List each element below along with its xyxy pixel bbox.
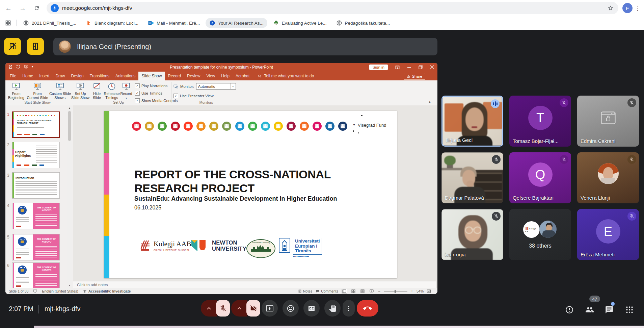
bookmark-item[interactable]: Mail - Mehmeti, Erë... [144,18,204,28]
ribbon-button-from-beginning[interactable]: FromBeginning [7,81,25,100]
save-icon[interactable] [8,65,12,69]
ribbon-tab-slide-show[interactable]: Slide Show [138,72,165,80]
checkbox[interactable]: ✓ [173,94,178,98]
zoom-in-icon[interactable]: + [411,289,413,294]
collapse-ribbon-icon[interactable]: ▲ [428,100,431,104]
normal-view-icon[interactable] [342,289,347,294]
ribbon-tab-review[interactable]: Review [184,72,203,80]
checkbox[interactable]: ✓ [135,83,140,88]
participant-tile-6[interactable]: Venera Llunji [577,152,639,203]
ribbon-button-from-current-slide[interactable]: FromCurrent Slide [26,81,49,100]
comments-toggle[interactable]: Comments [316,289,338,293]
share-button[interactable]: Share [404,73,425,80]
mic-options-button[interactable] [201,300,217,317]
door-icon[interactable] [27,38,44,55]
checkbox-use-timings[interactable]: ✓Use Timings [135,91,162,96]
undo-icon[interactable] [16,65,21,69]
fit-to-window-icon[interactable] [427,289,431,293]
ribbon-tab-transitions[interactable]: Transitions [87,72,112,80]
close-icon[interactable] [430,65,434,69]
tell-me-search[interactable]: Tell me what you want to do [258,74,314,78]
display-settings-icon[interactable] [33,289,37,293]
building-crossed-icon[interactable] [4,38,21,55]
end-call-button[interactable] [357,300,378,317]
minimize-icon[interactable] [407,65,411,69]
back-icon[interactable]: ← [3,2,14,14]
ribbon-tab-view[interactable]: View [203,72,218,80]
scroll-down-icon[interactable]: ▼ [67,283,72,288]
sign-in-button[interactable]: Sign in [369,65,388,70]
meeting-details-icon[interactable] [565,305,574,314]
tab-groups-icon[interactable] [5,20,11,26]
chevron-down-icon[interactable]: ▾ [230,83,236,89]
raise-hand-button[interactable] [324,300,341,317]
participant-tile-4[interactable]: Dagmar Palatová [441,152,503,203]
bookmark-item[interactable]: Evaluating Active Le... [269,18,330,28]
use-presenter-view-checkbox[interactable]: ✓ Use Presenter View [173,94,214,98]
ribbon-tab-design[interactable]: Design [68,72,86,80]
zoom-out-icon[interactable]: − [378,289,380,294]
ribbon-tab-acrobat[interactable]: Acrobat [233,72,252,80]
slideshow-view-icon[interactable] [369,289,375,294]
slideshow-icon[interactable] [24,65,28,69]
ribbon-button-set-up-slide-show[interactable]: Set UpSlide Show [72,81,89,100]
ribbon-tab-insert[interactable]: Insert [36,72,52,80]
activities-icon[interactable] [625,305,634,314]
ribbon-button-record[interactable]: Record ▾ [119,81,133,100]
thumbnail-scrollbar[interactable]: ▲ ▼ [67,105,72,288]
address-bar[interactable]: meet.google.com/mjt-khgs-dfv [47,2,618,14]
checkbox-play-narrations[interactable]: ✓Play Narrations [135,83,167,88]
checkbox[interactable]: ✓ [135,91,140,96]
restore-icon[interactable] [419,65,423,69]
participant-tile-7[interactable]: iva rrugia [441,209,503,260]
reading-view-icon[interactable] [360,289,366,294]
slide-thumbnail-6[interactable]: THE CONTEXT OF KOSOVO [12,262,60,288]
participant-tile-1[interactable]: Ilirjana Geci [441,96,503,147]
zoom-level[interactable]: 54% [417,289,424,293]
ribbon-tab-record[interactable]: Record [165,72,184,80]
bookmark-item[interactable]: Pedagoška fakulteta... [332,18,394,28]
people-icon[interactable] [585,305,594,314]
profile-avatar[interactable]: E [622,3,633,13]
bookmark-item[interactable]: Blank diagram: Luci... [82,18,142,28]
bookmark-item[interactable]: 2021 DPhil_Thesis_... [19,18,80,28]
chat-icon[interactable] [605,305,614,314]
language-status[interactable]: English (United States) [42,289,78,293]
slide-thumbnail-2[interactable]: Report Highlights [12,142,60,168]
participant-tile-8[interactable]: ▐▐ Kolegji AA38 others [509,209,571,260]
ribbon-button-rehearse-timings[interactable]: RehearseTimings [104,81,119,100]
scroll-up-icon[interactable]: ▲ [67,105,72,110]
camera-toggle-button[interactable] [246,300,260,317]
more-options-button[interactable] [343,300,355,317]
reactions-button[interactable] [283,300,299,317]
notes-pane[interactable]: Click to add notes [73,281,436,288]
mic-in-use-icon[interactable] [51,4,59,12]
slide-thumbnail-5[interactable]: THE CONTEXT OF KOSOVO [12,234,60,260]
ribbon-tab-home[interactable]: Home [19,72,36,80]
zoom-slider[interactable] [384,291,407,292]
notes-toggle[interactable]: Notes [298,289,312,293]
slide-thumbnail-4[interactable]: THE CONTEXT OF KOSOVO [12,203,60,229]
forward-icon[interactable]: → [17,2,28,14]
captions-button[interactable] [303,300,320,317]
participant-tile-9[interactable]: EErëza Mehmeti [577,209,639,260]
zoom-slider-thumb[interactable] [395,290,396,293]
reload-icon[interactable] [31,2,43,14]
present-button[interactable] [262,300,278,317]
scrollbar-thumb[interactable] [68,111,71,141]
camera-options-button[interactable] [231,300,247,317]
participant-tile-3[interactable]: Edmira Cakrani [577,96,639,147]
slide-thumbnail-3[interactable]: Introduction [12,172,60,199]
participant-tile-2[interactable]: TTomasz Bojar-Fijał... [509,96,571,147]
qat-customize-icon[interactable]: ▾ [32,65,33,68]
slide-sorter-view-icon[interactable] [351,289,356,294]
slide-thumbnail-1[interactable]: REPORT OF THE CROSS-NATIONAL RESEARCH PR… [12,111,60,138]
mic-toggle-button[interactable] [216,300,230,317]
ribbon-tab-file[interactable]: File [7,72,19,80]
ribbon-tab-help[interactable]: Help [218,72,233,80]
browser-menu-icon[interactable]: ⋮ [635,4,641,12]
ribbon-tab-animations[interactable]: Animations [112,72,138,80]
accessibility-status[interactable]: Accessibility: Investigate [83,289,131,293]
ribbon-display-options-icon[interactable] [395,65,400,70]
bookmark-item[interactable]: sYour AI Research As... [206,18,267,28]
